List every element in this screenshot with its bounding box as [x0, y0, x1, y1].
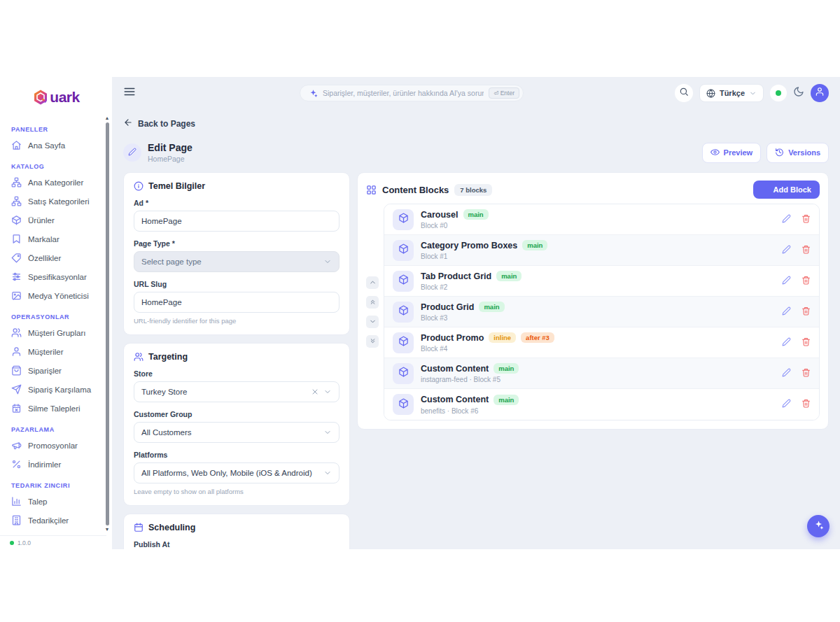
slot-badge: main [522, 240, 547, 250]
ai-assistant-fab[interactable] [807, 515, 830, 537]
block-row-custom-content-instagram[interactable]: Custom Contentmain instagram-feed · Bloc… [384, 358, 819, 389]
slot-badge: main [496, 271, 522, 281]
content-columns: Temel Bilgiler Ad * Page Type * Select p… [123, 172, 829, 549]
edit-block-button[interactable] [782, 367, 791, 380]
reorder-controls [366, 276, 379, 348]
sidebar-item-spesifikasyonlar[interactable]: Spesifikasyonlar [11, 267, 112, 286]
position-badge: after #3 [521, 332, 554, 343]
building-icon [11, 515, 22, 525]
name-label: Ad * [134, 199, 340, 207]
edit-block-button[interactable] [782, 398, 791, 411]
sidebar-item-promosyonlar[interactable]: Promosyonlar [11, 436, 112, 455]
page-type-label: Page Type * [134, 239, 340, 248]
block-row-custom-content-benefits[interactable]: Custom Contentmain benefits · Block #6 [384, 389, 819, 420]
url-slug-help: URL-friendly identifier for this page [134, 317, 340, 325]
search-button[interactable] [675, 84, 693, 102]
block-list: Carouselmain Block #0 Category Promo Box… [384, 204, 820, 420]
topbar-controls: Türkçe [675, 84, 829, 102]
url-slug-input[interactable] [134, 292, 340, 313]
slot-badge: main [463, 209, 489, 220]
app-frame: uark PANELLER Ana Sayfa KATALOG Ana Kate… [0, 77, 840, 549]
edit-block-button[interactable] [782, 275, 791, 288]
users-icon [134, 352, 144, 362]
edit-block-button[interactable] [782, 213, 791, 226]
block-row-product-promo[interactable]: Product Promoinlineafter #3 Block #4 [384, 327, 819, 358]
edit-block-button[interactable] [782, 306, 791, 318]
back-to-pages-link[interactable]: Back to Pages [123, 118, 195, 129]
slot-badge: inline [489, 332, 516, 343]
name-input[interactable] [134, 211, 340, 232]
platforms-select[interactable]: All Platforms, Web Only, Mobile (iOS & A… [134, 462, 340, 483]
delete-block-button[interactable] [802, 398, 811, 411]
sidebar-item-urunler[interactable]: Ürünler [11, 211, 112, 229]
status-dot [10, 541, 14, 545]
info-icon [134, 181, 144, 191]
ai-search-input[interactable]: Siparişler, müşteriler, ürünler hakkında… [300, 85, 524, 101]
brand-logo[interactable]: uark [0, 77, 112, 112]
language-selector[interactable]: Türkçe [699, 84, 764, 102]
theme-toggle[interactable] [793, 86, 804, 100]
add-block-button[interactable]: Add Block [753, 181, 820, 199]
users-icon [11, 327, 22, 338]
block-row-product-grid[interactable]: Product Gridmain Block #3 [384, 297, 819, 327]
publish-at-label: Publish At [134, 540, 340, 549]
basic-info-title: Temel Bilgiler [148, 181, 205, 191]
sidebar-scrollbar[interactable]: ▲ ▼ [104, 115, 110, 532]
sidebar-item-siparis-karsilama[interactable]: Sipariş Karşılama [11, 380, 112, 399]
sidebar-item-medya-yoneticisi[interactable]: Medya Yöneticisi [11, 286, 112, 305]
sidebar-item-silme-talepleri[interactable]: Silme Talepleri [11, 399, 112, 418]
sidebar-item-tedarikciler[interactable]: Tedarikçiler [11, 511, 112, 530]
sidebar-item-talep[interactable]: Talep [11, 492, 112, 511]
sparkles-icon [309, 89, 318, 98]
block-row-category-promo-boxes[interactable]: Category Promo Boxesmain Block #1 [384, 235, 819, 266]
slot-badge: main [493, 363, 519, 374]
move-down-button[interactable] [366, 316, 379, 328]
platforms-help: Leave empty to show on all platforms [134, 488, 340, 495]
delete-block-button[interactable] [802, 213, 811, 226]
sidebar-item-ozellikler[interactable]: Özellikler [11, 248, 112, 267]
chevron-up-icon [369, 276, 377, 289]
blocks-column: Content Blocks 7 blocks Add Block [357, 172, 829, 430]
block-row-tab-product-grid[interactable]: Tab Product Gridmain Block #2 [384, 266, 819, 297]
sidebar-item-indirimler[interactable]: İndirimler [11, 455, 112, 474]
delete-block-button[interactable] [802, 244, 811, 257]
sidebar-item-musteriler[interactable]: Müşteriler [11, 342, 112, 361]
scroll-down-arrow-icon[interactable]: ▼ [105, 527, 110, 532]
scrollbar-thumb[interactable] [106, 122, 109, 525]
sidebar-footer: 1.0.0 [0, 535, 106, 549]
bar-chart-icon [11, 496, 22, 507]
delete-block-button[interactable] [802, 275, 811, 288]
delete-block-button[interactable] [802, 306, 811, 318]
delete-block-button[interactable] [802, 337, 811, 349]
edit-block-button[interactable] [782, 244, 791, 257]
user-avatar[interactable] [811, 84, 829, 102]
sidebar-item-satis-kategorileri[interactable]: Satış Kategorileri [11, 192, 112, 211]
form-column: Temel Bilgiler Ad * Page Type * Select p… [123, 172, 350, 549]
sidebar-item-siparisler[interactable]: Siparişler [11, 361, 112, 380]
blocks-count-badge: 7 blocks [454, 184, 492, 196]
page-type-select[interactable]: Select page type [134, 251, 340, 272]
sidebar-item-markalar[interactable]: Markalar [11, 229, 112, 248]
page-titles: Edit Page HomePage [148, 142, 192, 163]
scroll-up-arrow-icon[interactable]: ▲ [105, 115, 110, 121]
block-row-carousel[interactable]: Carouselmain Block #0 [384, 204, 819, 235]
edit-block-button[interactable] [782, 337, 791, 349]
move-top-button[interactable] [366, 296, 379, 309]
move-bottom-button[interactable] [366, 335, 379, 348]
page-title: Edit Page [148, 142, 192, 153]
sidebar-item-ana-sayfa[interactable]: Ana Sayfa [11, 136, 112, 155]
move-up-button[interactable] [366, 276, 379, 289]
delete-block-button[interactable] [802, 367, 811, 380]
versions-button[interactable]: Versions [766, 143, 829, 163]
clear-icon[interactable] [311, 388, 319, 396]
chevron-down-icon [323, 388, 332, 396]
menu-icon[interactable] [123, 85, 136, 101]
block-cube-icon [393, 332, 414, 353]
preview-button[interactable]: Preview [702, 143, 762, 163]
store-select[interactable]: Turkey Store [134, 381, 340, 402]
customer-group-select[interactable]: All Customers [134, 422, 340, 443]
chevrons-down-icon [369, 335, 377, 348]
tag-icon [11, 253, 22, 263]
sidebar-item-musteri-gruplari[interactable]: Müşteri Grupları [11, 323, 112, 342]
sidebar-item-ana-kategoriler[interactable]: Ana Kategoriler [11, 173, 112, 192]
